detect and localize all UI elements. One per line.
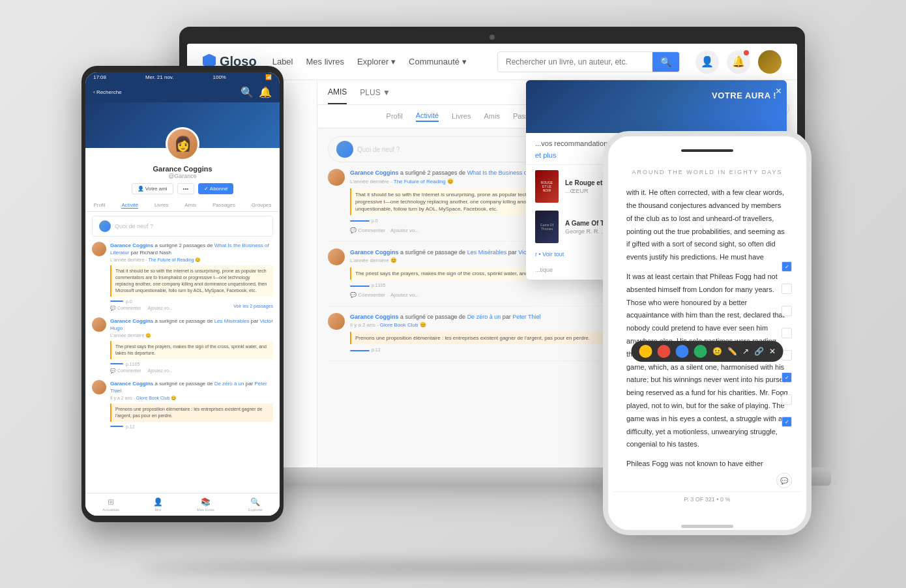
search-button[interactable]: 🔍 bbox=[652, 52, 679, 72]
tablet-back-button[interactable]: ‹ Recherche bbox=[93, 89, 122, 95]
feed-book-3[interactable]: De zéro à un bbox=[214, 381, 244, 387]
notifications-icon[interactable]: 🔔 bbox=[727, 50, 750, 74]
activity-user-name[interactable]: Garance Coggins bbox=[350, 169, 399, 176]
reader-checkbox-6[interactable]: ✓ bbox=[782, 372, 792, 383]
phone-home-bar[interactable] bbox=[681, 525, 733, 528]
feed-add-2[interactable]: Ajoutez vo... bbox=[148, 368, 173, 374]
user-avatar[interactable] bbox=[758, 50, 782, 74]
bottom-nav-mes-livres[interactable]: 📚 Mes livres bbox=[197, 497, 214, 512]
activity-time-3: Il y a 2 ans - Glore Book Club 😊 bbox=[350, 321, 643, 329]
feed-add-1[interactable]: Ajoutez vo... bbox=[148, 306, 173, 311]
bottom-nav-moi[interactable]: 👤 Moi bbox=[153, 497, 163, 512]
tablet-tab-livres[interactable]: Livres bbox=[154, 202, 168, 209]
tablet-search-icon[interactable]: 🔍 bbox=[241, 86, 254, 98]
tablet-more-btn[interactable]: ••• bbox=[177, 183, 194, 194]
link-toolbar-icon[interactable]: 🔗 bbox=[754, 347, 764, 356]
feed-content-1: Garance Coggins a surligné 2 passages de… bbox=[110, 242, 273, 311]
feed-user-1[interactable]: Garance Coggins bbox=[110, 243, 153, 248]
highlight-red-btn[interactable] bbox=[658, 345, 671, 358]
nav-explorer[interactable]: Explorer ▾ bbox=[357, 57, 396, 66]
modal-close-button[interactable]: × bbox=[776, 85, 782, 97]
tablet: 17:08 Mer. 21 nov. 100% 📶 ‹ Recherche 🔍 … bbox=[81, 66, 284, 522]
reader-content[interactable]: AROUND THE WORLD IN EIGHTY DAYS with it.… bbox=[613, 157, 801, 483]
nav-label[interactable]: Label bbox=[272, 57, 293, 66]
feed-page-1: p.0 bbox=[110, 299, 273, 304]
tablet-abonne-btn[interactable]: ✓ Abonné bbox=[198, 183, 233, 194]
highlight-yellow-btn[interactable] bbox=[639, 345, 652, 358]
tablet-wifi: 📶 bbox=[265, 74, 272, 80]
reader-checkbox-8[interactable]: ✓ bbox=[782, 417, 792, 427]
page-num-3: p.12 bbox=[126, 424, 135, 429]
highlight-green-btn[interactable] bbox=[694, 345, 707, 358]
quoi-neuf-label: Quoi de neuf ? bbox=[115, 223, 153, 229]
add-link-2[interactable]: Ajoutez vo... bbox=[390, 291, 419, 299]
nav-communaute[interactable]: Communauté ▾ bbox=[409, 57, 467, 66]
page-num-2: p.1105 bbox=[126, 362, 139, 366]
tablet-quoi-neuf[interactable]: Quoi de neuf ? bbox=[92, 216, 273, 237]
nav-mes-livres[interactable]: Mes livres bbox=[306, 57, 344, 66]
page-bar bbox=[350, 220, 370, 222]
feed-comment-2[interactable]: 💬 Commenter bbox=[110, 368, 141, 374]
tablet-battery: 100% bbox=[213, 74, 226, 80]
tablet-tab-passages[interactable]: Passages bbox=[212, 202, 235, 209]
nav-livres[interactable]: Livres bbox=[452, 112, 471, 121]
laptop-camera bbox=[490, 35, 495, 40]
feed-text-3: Garance Coggins a surligné ce passage de… bbox=[110, 380, 273, 394]
feed-content-3: Garance Coggins a surligné ce passage de… bbox=[110, 380, 273, 429]
tablet-votre-ami-btn[interactable]: 👤 Votre ami bbox=[132, 183, 173, 194]
tablet-tab-activite[interactable]: Activité bbox=[121, 202, 138, 209]
moi-icon: 👤 bbox=[153, 497, 163, 507]
feed-user-2[interactable]: Garance Coggins bbox=[110, 318, 153, 324]
reader-checkbox-2[interactable] bbox=[782, 284, 792, 294]
phone: AROUND THE WORLD IN EIGHTY DAYS with it.… bbox=[603, 131, 811, 535]
tab-plus[interactable]: PLUS ▼ bbox=[360, 80, 390, 104]
reader-text: with it. He often corrected, with a few … bbox=[626, 186, 788, 471]
tablet-feed-item-3: Garance Coggins a surligné ce passage de… bbox=[92, 380, 273, 429]
emoji-toolbar-icon[interactable]: 😐 bbox=[712, 347, 722, 356]
bottom-nav-explorer[interactable]: 🔍 Explorer bbox=[248, 497, 263, 512]
comment-link-2[interactable]: 💬 Commenter bbox=[350, 291, 385, 299]
book-link-2[interactable]: Les Misérables bbox=[467, 249, 507, 256]
author-link-3[interactable]: Peter Thiel bbox=[512, 314, 540, 320]
modal-header-bg: VOTRE AURA ! × bbox=[526, 80, 787, 133]
page-num-1: p.0 bbox=[126, 299, 132, 304]
search-input[interactable] bbox=[498, 53, 652, 71]
comment-link[interactable]: 💬 Commenter bbox=[350, 227, 385, 235]
reader-toolbar: 😐 ✏️ ↗ 🔗 ✕ bbox=[632, 341, 783, 362]
feed-text-2: Garance Coggins a surligné ce passage de… bbox=[110, 317, 273, 332]
notif-badge bbox=[744, 50, 749, 55]
bottom-nav-actualites[interactable]: ⊞ Actualités bbox=[102, 497, 119, 512]
tablet-tab-groupes[interactable]: Groupes bbox=[252, 202, 272, 209]
tablet-tab-amis[interactable]: Amis bbox=[184, 202, 196, 209]
feed-book-2[interactable]: Les Misérables bbox=[214, 318, 250, 324]
club-link[interactable]: Glore Book Club bbox=[380, 322, 418, 328]
share-toolbar-icon[interactable]: ↗ bbox=[742, 347, 749, 356]
tab-amis[interactable]: AMIS bbox=[328, 80, 347, 104]
nav-activite[interactable]: Activité bbox=[416, 111, 439, 122]
phone-screen: AROUND THE WORLD IN EIGHTY DAYS with it.… bbox=[613, 144, 801, 522]
reader-checkbox-1[interactable]: ✓ bbox=[782, 261, 792, 272]
book-link-3[interactable]: De zéro à un bbox=[467, 314, 501, 320]
voir-passages-1[interactable]: Voir les 2 passages bbox=[233, 304, 273, 311]
feed-user-3[interactable]: Garance Coggins bbox=[110, 381, 153, 387]
nav-amis[interactable]: Amis bbox=[484, 112, 499, 121]
user-name-2[interactable]: Garance Coggins bbox=[350, 249, 399, 256]
user-name-3[interactable]: Garance Coggins bbox=[350, 314, 399, 320]
highlight-blue-btn[interactable] bbox=[676, 345, 689, 358]
reader-checkbox-3[interactable] bbox=[782, 306, 792, 316]
subtext-link[interactable]: The Future of Reading bbox=[394, 179, 446, 184]
pencil-toolbar-icon[interactable]: ✏️ bbox=[727, 347, 737, 356]
close-toolbar-icon[interactable]: ✕ bbox=[769, 347, 776, 356]
feed-text-1: Garance Coggins a surligné 2 passages de… bbox=[110, 242, 273, 256]
nav-profil[interactable]: Profil bbox=[387, 112, 403, 121]
tablet-tab-profil[interactable]: Profil bbox=[93, 202, 105, 209]
reader-checkbox-7[interactable] bbox=[782, 394, 792, 405]
add-link[interactable]: Ajoutez vo... bbox=[390, 227, 419, 235]
tablet-bell-icon[interactable]: 🔔 bbox=[259, 86, 272, 98]
activity-user-avatar-3 bbox=[328, 313, 345, 330]
activity-user-avatar bbox=[328, 169, 345, 186]
reader-comment-icon[interactable]: 💬 bbox=[776, 473, 792, 488]
feed-comment-1[interactable]: 💬 Commenter bbox=[110, 306, 141, 311]
friends-icon[interactable]: 👤 bbox=[695, 50, 719, 74]
reader-checkbox-4[interactable] bbox=[782, 328, 792, 338]
